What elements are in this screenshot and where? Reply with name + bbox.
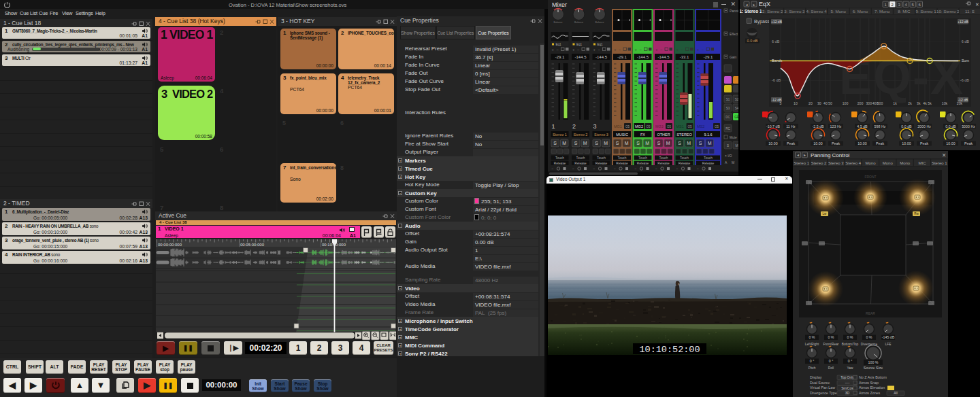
svg-text:S: S — [678, 141, 681, 145]
svg-text:4.5 dB: 4.5 dB — [857, 124, 868, 128]
svg-text:100 %: 100 % — [868, 360, 878, 364]
svg-text:Stereo 2: Stereo 2 — [811, 161, 827, 165]
svg-text:−: − — [593, 167, 595, 171]
svg-text:Sin/Cos: Sin/Cos — [841, 386, 853, 390]
svg-text:-145 dB: -145 dB — [882, 335, 895, 339]
svg-text:200: 200 — [858, 101, 864, 105]
svg-text:Virtual Pan Law: Virtual Pan Law — [810, 385, 835, 390]
svg-text:----: ---- — [845, 381, 850, 385]
svg-text:Release: Release — [574, 162, 587, 165]
svg-text:3k: 3k — [917, 101, 921, 105]
svg-text:0.0 dB: 0.0 dB — [945, 124, 956, 128]
svg-text:-10.7 dB: -10.7 dB — [766, 124, 780, 128]
svg-text:−: − — [577, 48, 580, 52]
svg-text:30: 30 — [817, 101, 821, 105]
svg-text:Display: Display — [810, 375, 822, 379]
svg-text:1: Stereo 1: 1: Stereo 1 — [740, 9, 762, 14]
svg-text:MG1: MG1 — [614, 124, 622, 128]
svg-text:Stereo 2: Stereo 2 — [574, 133, 588, 137]
svg-text:S: S — [595, 141, 598, 145]
svg-text:-2.5 dB: -2.5 dB — [812, 124, 824, 128]
svg-text:+: + — [593, 48, 596, 52]
svg-text:M: M — [735, 143, 738, 148]
svg-text:Bands: Bands — [772, 58, 783, 63]
svg-text:500: 500 — [877, 101, 883, 105]
svg-text:FRONT: FRONT — [864, 175, 876, 179]
svg-text:M: M — [562, 141, 566, 145]
svg-text:O5: O5 — [687, 125, 692, 128]
svg-text:S: S — [699, 141, 702, 145]
svg-text:−: − — [676, 167, 679, 171]
svg-text:2: Stereo 2: 2: Stereo 2 — [762, 9, 783, 14]
svg-text:300: 300 — [866, 101, 872, 105]
svg-text:MS1: MS1 — [676, 124, 684, 128]
svg-text:−: − — [557, 48, 559, 52]
svg-text:Atmos Zones: Atmos Zones — [859, 391, 881, 395]
svg-text:GR: GR — [734, 116, 738, 119]
svg-text:× I/O: × I/O — [725, 154, 732, 158]
svg-text:Stereo 3: Stereo 3 — [828, 161, 844, 165]
svg-text:Top Only: Top Only — [840, 375, 854, 379]
svg-text:-6 dB: -6 dB — [960, 78, 969, 82]
svg-text:−: − — [614, 167, 616, 171]
svg-text:Release: Release — [616, 162, 628, 165]
svg-text:-144.5: -144.5 — [637, 55, 649, 59]
svg-text:0.0 dB: 0.0 dB — [747, 39, 758, 43]
svg-text:M: M — [666, 141, 670, 145]
svg-text:M: M — [625, 141, 629, 145]
svg-text:−: − — [572, 167, 574, 171]
svg-text:123 Hz: 123 Hz — [830, 124, 842, 128]
svg-text:1: 1 — [552, 123, 555, 130]
svg-text:Yaw: Yaw — [847, 366, 854, 370]
svg-text:Eq1: Eq1 — [556, 43, 562, 46]
svg-text:−: − — [552, 167, 554, 171]
svg-text:M: M — [583, 141, 587, 145]
svg-text:5: Mono: 5: Mono — [831, 9, 847, 14]
svg-text:Mono: Mono — [900, 161, 911, 165]
svg-text:Touch: Touch — [618, 156, 627, 160]
svg-text:6 dB: 6 dB — [772, 39, 780, 44]
svg-text:Stereo 1: Stereo 1 — [553, 133, 567, 137]
svg-text:M: M — [604, 141, 608, 145]
svg-text:Peak: Peak — [787, 141, 795, 145]
svg-text:M: M — [645, 141, 649, 145]
svg-text:0 °: 0 ° — [829, 359, 834, 363]
svg-text:Panning Control: Panning Control — [811, 152, 850, 158]
svg-text:EqX: EqX — [759, 1, 770, 7]
svg-text:Panning: Panning — [730, 10, 738, 13]
svg-text:Mono: Mono — [865, 161, 876, 165]
svg-text:Lw: Lw — [823, 212, 828, 215]
svg-text:0 %: 0 % — [828, 335, 834, 339]
svg-text:00:00:00:000: 00:00:00:000 — [158, 243, 182, 247]
svg-text:Touch: Touch — [659, 156, 668, 160]
svg-text:Balance: Balance — [574, 21, 583, 24]
svg-text:◂: ◂ — [797, 153, 799, 157]
svg-text:−: − — [619, 48, 621, 52]
svg-text:−: − — [660, 48, 663, 52]
svg-text:S: S — [657, 141, 661, 145]
svg-text:MG2: MG2 — [635, 124, 643, 128]
svg-text:10.00: 10.00 — [768, 141, 777, 145]
svg-text:▸: ▸ — [804, 153, 806, 157]
svg-text:10: 10 — [794, 101, 798, 105]
svg-text:50: 50 — [828, 101, 832, 105]
svg-text:-33.1: -33.1 — [680, 55, 689, 59]
svg-text:Dual Source: Dual Source — [810, 381, 830, 385]
svg-text:▸: ▸ — [753, 3, 755, 7]
svg-text:11 Hz: 11 Hz — [786, 124, 796, 128]
svg-text:O5: O5 — [667, 125, 672, 128]
svg-text:Touch: Touch — [597, 156, 606, 160]
svg-text:STEREO: STEREO — [676, 133, 692, 137]
svg-text:1k: 1k — [893, 101, 897, 105]
svg-text:REAR: REAR — [866, 311, 875, 315]
svg-text:Divergence Type: Divergence Type — [810, 391, 837, 395]
svg-text:✕: ✕ — [942, 152, 946, 158]
svg-text:Peak: Peak — [964, 141, 973, 145]
svg-text:−: − — [598, 48, 601, 52]
svg-text:S1: S1 — [726, 98, 730, 101]
svg-text:LFE: LFE — [885, 343, 892, 346]
svg-text:0 %: 0 % — [847, 335, 853, 339]
svg-text:Peak: Peak — [920, 141, 928, 145]
svg-text:Gain: Gain — [730, 56, 736, 59]
svg-text:DC: DC — [725, 116, 730, 119]
